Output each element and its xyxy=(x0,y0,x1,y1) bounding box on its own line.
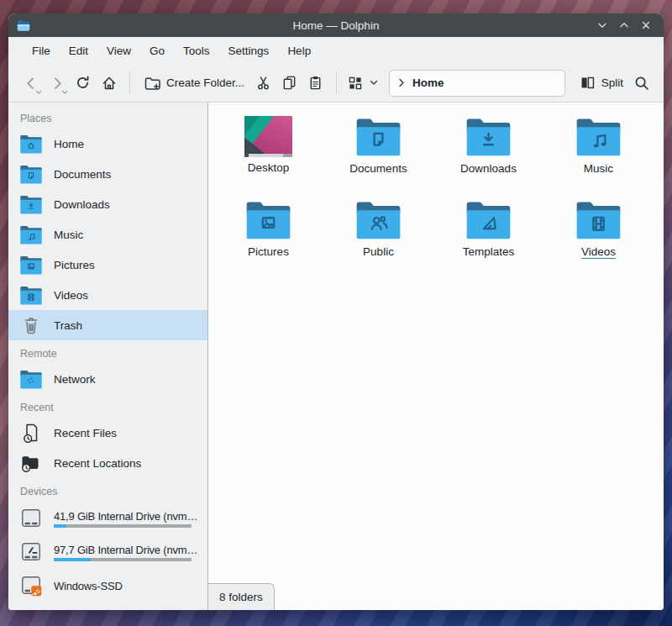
drive-label: 97,7 GiB Internal Drive (nvm… xyxy=(54,544,197,556)
folder-item-downloads[interactable]: Downloads xyxy=(433,113,543,196)
split-button[interactable]: Split xyxy=(575,70,627,97)
sidebar-label: Home xyxy=(54,138,84,150)
sidebar-item-recent-locations[interactable]: Recent Locations xyxy=(8,448,207,478)
dropdown-caret-icon xyxy=(35,90,42,94)
folder-item-desktop[interactable]: Desktop xyxy=(213,113,323,196)
folder-network-icon xyxy=(19,368,43,390)
menu-go[interactable]: Go xyxy=(140,45,174,57)
content-area: Places Home Documents Downloads Music xyxy=(8,102,664,610)
breadcrumb-home[interactable]: Home xyxy=(412,76,444,89)
folder-item-documents[interactable]: Documents xyxy=(323,113,433,196)
menu-tools[interactable]: Tools xyxy=(174,45,219,57)
search-icon xyxy=(633,75,650,92)
forward-button[interactable] xyxy=(45,70,69,97)
sidebar-item-documents[interactable]: Documents xyxy=(8,159,207,189)
folder-item-music[interactable]: Music xyxy=(543,113,654,196)
view-mode-button[interactable] xyxy=(345,70,381,97)
dolphin-window: Home — Dolphin File Edit View Go Tools S… xyxy=(8,13,664,610)
split-view-icon xyxy=(580,75,596,91)
disk-usage-fill xyxy=(54,524,66,528)
refresh-button[interactable] xyxy=(71,70,95,97)
folder-label: Music xyxy=(584,162,613,175)
back-button[interactable] xyxy=(18,70,43,97)
split-label: Split xyxy=(601,76,623,89)
icon-grid: Desktop Documents Downloads Music xyxy=(208,103,664,279)
sidebar-label: Recent Files xyxy=(54,427,117,439)
sidebar-item-recent-files[interactable]: Recent Files xyxy=(8,418,207,448)
sidebar-item-network[interactable]: Network xyxy=(8,364,207,394)
sidebar-item-videos[interactable]: Videos xyxy=(8,280,207,310)
menu-edit[interactable]: Edit xyxy=(60,45,97,57)
window-title: Home — Dolphin xyxy=(8,19,664,32)
chevron-down-icon xyxy=(369,80,379,87)
desktop-background: Home — Dolphin File Edit View Go Tools S… xyxy=(0,0,672,626)
dropdown-caret-icon xyxy=(61,90,68,94)
status-text: 8 folders xyxy=(219,591,263,603)
places-panel: Places Home Documents Downloads Music xyxy=(8,103,208,610)
sidebar-item-music[interactable]: Music xyxy=(8,219,207,250)
create-folder-button[interactable]: Create Folder... xyxy=(139,70,249,97)
folder-templates-icon xyxy=(465,197,512,241)
folder-label: Videos xyxy=(581,245,616,258)
menu-help[interactable]: Help xyxy=(278,45,320,57)
folder-label: Desktop xyxy=(248,161,290,174)
folder-videos-icon xyxy=(575,197,622,241)
folder-item-templates[interactable]: Templates xyxy=(433,196,543,279)
folder-view[interactable]: Desktop Documents Downloads Music xyxy=(208,103,664,610)
folder-downloads-icon xyxy=(19,193,43,215)
titlebar[interactable]: Home — Dolphin xyxy=(8,13,664,37)
section-header-devices: Devices xyxy=(8,478,207,502)
location-bar[interactable]: Home xyxy=(389,70,565,97)
menu-view[interactable]: View xyxy=(97,45,140,57)
sidebar-item-windows-ssd[interactable]: Windows-SSD xyxy=(8,569,207,602)
folder-item-videos[interactable]: Videos xyxy=(543,196,654,279)
scissors-icon xyxy=(255,75,271,91)
menubar: File Edit View Go Tools Settings Help xyxy=(8,37,664,64)
sidebar-label: Recent Locations xyxy=(54,457,141,470)
paste-button[interactable] xyxy=(303,70,328,97)
folder-label: Public xyxy=(363,245,394,258)
folder-documents-icon xyxy=(354,114,402,158)
menu-file[interactable]: File xyxy=(23,45,60,57)
copy-icon xyxy=(281,75,297,91)
drive-label: Windows-SSD xyxy=(54,580,123,592)
sidebar-item-drive-97gib[interactable]: 97,7 GiB Internal Drive (nvm… xyxy=(8,535,207,569)
window-controls xyxy=(596,18,664,32)
sidebar-item-pictures[interactable]: Pictures xyxy=(8,250,207,280)
sidebar-item-home[interactable]: Home xyxy=(8,129,207,159)
minimize-button[interactable] xyxy=(596,18,609,32)
copy-button[interactable] xyxy=(277,70,302,97)
folder-label: Pictures xyxy=(248,245,289,258)
toolbar-separator xyxy=(129,72,130,94)
search-button[interactable] xyxy=(629,70,654,97)
sidebar-label: Videos xyxy=(54,289,88,302)
folder-music-icon xyxy=(575,114,622,158)
home-button[interactable] xyxy=(97,70,121,97)
close-button[interactable] xyxy=(639,18,653,32)
folder-item-pictures[interactable]: Pictures xyxy=(213,196,323,279)
folder-home-icon xyxy=(19,133,43,155)
sidebar-item-drive-41gib[interactable]: 41,9 GiB Internal Drive (nvm… xyxy=(8,502,207,535)
folder-label: Downloads xyxy=(460,162,517,175)
folder-videos-icon xyxy=(19,284,43,306)
menu-settings[interactable]: Settings xyxy=(219,45,279,57)
sidebar-item-trash[interactable]: Trash xyxy=(8,310,207,340)
cut-button[interactable] xyxy=(251,70,276,97)
dolphin-app-icon xyxy=(16,18,31,33)
maximize-button[interactable] xyxy=(617,18,631,32)
create-folder-label: Create Folder... xyxy=(166,76,244,89)
folder-downloads-icon xyxy=(465,114,512,158)
folder-clock-icon xyxy=(19,451,43,475)
folder-pictures-icon xyxy=(244,197,292,241)
sidebar-label: Documents xyxy=(54,168,111,181)
section-header-remote: Remote xyxy=(8,340,207,364)
chevron-left-icon xyxy=(23,75,39,92)
view-grid-icon xyxy=(348,76,363,91)
folder-label: Documents xyxy=(349,162,407,175)
folder-item-public[interactable]: Public xyxy=(323,196,433,279)
section-header-places: Places xyxy=(8,105,207,129)
hard-drive-icon xyxy=(19,507,43,530)
desktop-preview-icon xyxy=(244,116,292,157)
sidebar-item-downloads[interactable]: Downloads xyxy=(8,189,207,219)
folder-music-icon xyxy=(19,224,43,245)
